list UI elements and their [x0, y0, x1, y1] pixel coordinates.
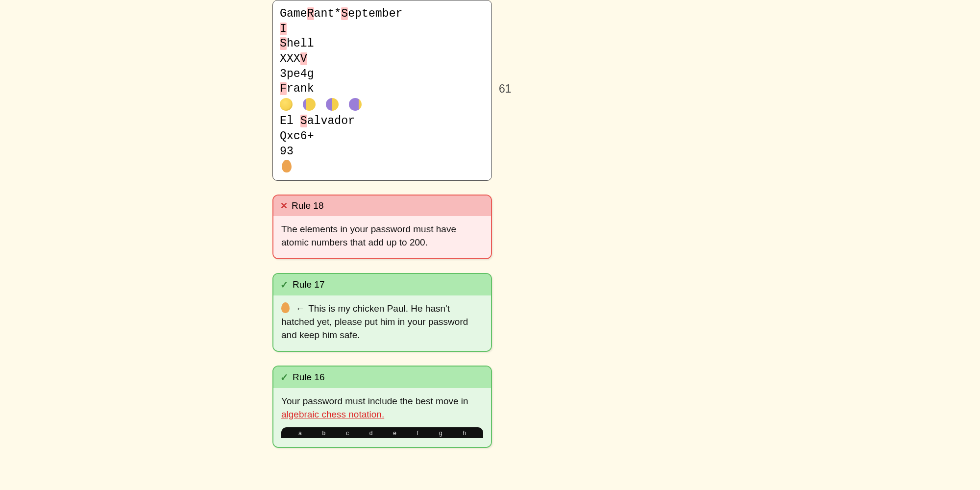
rule-body: ← This is my chicken Paul. He hasn't hat…: [273, 295, 491, 351]
pw-text: hell: [287, 37, 314, 50]
chess-file-label: g: [439, 429, 442, 438]
rule-label: Rule 17: [293, 279, 325, 290]
chess-board-header: a b c d e f g h: [281, 427, 483, 438]
pw-highlight: S: [341, 7, 348, 20]
rule-text: This is my chicken Paul. He hasn't hatch…: [281, 303, 468, 340]
chess-file-label: e: [393, 429, 396, 438]
check-icon: ✓: [280, 371, 289, 383]
pw-text: Qxc6+: [280, 130, 314, 143]
rule-card-17: ✓ Rule 17 ← This is my chicken Paul. He …: [272, 273, 492, 352]
pw-text: alvador: [307, 115, 355, 127]
rule-header: ✓ Rule 16: [273, 367, 491, 388]
check-icon: ✓: [280, 279, 289, 291]
pw-text: ant*: [314, 7, 342, 20]
rule-body: Your password must include the best move…: [273, 388, 491, 447]
rule-text: Your password must include the best move…: [281, 396, 468, 406]
pw-text: eptember: [348, 7, 402, 20]
rule-label: Rule 16: [293, 372, 325, 383]
pw-highlight: V: [300, 52, 307, 65]
pw-text: 3pe4g: [280, 68, 314, 80]
chess-file-label: b: [322, 429, 325, 438]
rule-header: ✕ Rule 18: [273, 196, 491, 216]
algebraic-notation-link[interactable]: algebraic chess notation.: [281, 409, 384, 419]
pw-text: 93: [280, 145, 294, 158]
chess-file-label: a: [298, 429, 302, 438]
pw-highlight: S: [280, 37, 287, 50]
rule-header: ✓ Rule 17: [273, 274, 491, 295]
character-count: 61: [499, 82, 512, 96]
egg-icon: [281, 302, 290, 313]
moon-waning-gibbous-icon: [303, 98, 316, 111]
pw-highlight: I: [280, 23, 287, 35]
moon-waning-crescent-icon: [349, 98, 362, 111]
chess-file-label: d: [369, 429, 373, 438]
pw-text: XXX: [280, 52, 300, 65]
pw-highlight: S: [300, 115, 307, 127]
chess-file-label: c: [346, 429, 349, 438]
rule-card-18: ✕ Rule 18 The elements in your password …: [272, 195, 492, 259]
moon-full-icon: [280, 98, 293, 111]
egg-icon: [282, 160, 292, 172]
pw-text: rank: [287, 82, 314, 95]
pw-text: Game: [280, 7, 307, 20]
pw-highlight: F: [280, 82, 287, 95]
pw-text: El: [280, 115, 300, 127]
rule-body: The elements in your password must have …: [273, 216, 491, 258]
moon-last-quarter-icon: [326, 98, 339, 111]
x-icon: ✕: [280, 200, 288, 211]
pw-highlight: R: [307, 7, 314, 20]
rule-label: Rule 18: [292, 200, 324, 211]
rule-card-16: ✓ Rule 16 Your password must include the…: [272, 366, 492, 448]
chess-file-label: h: [463, 429, 466, 438]
password-input[interactable]: GameRant*September I Shell XXXV 3pe4g Fr…: [272, 0, 492, 181]
chess-file-label: f: [417, 429, 418, 438]
arrow-left-icon: ←: [295, 303, 305, 314]
